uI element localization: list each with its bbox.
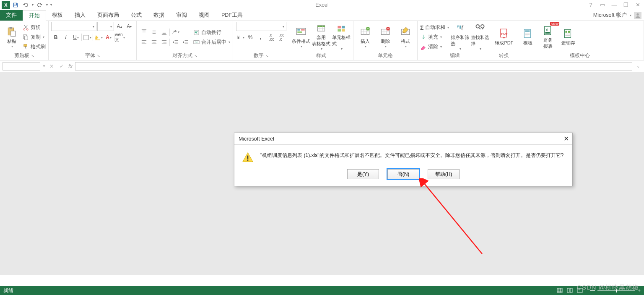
copy-button[interactable]: 复制▾: [23, 33, 46, 42]
sort-label: 排序和筛选: [451, 34, 469, 47]
name-box-dropdown-icon[interactable]: ▾: [43, 64, 45, 68]
decrease-decimal-icon[interactable]: .00.0: [277, 33, 286, 42]
redo-icon[interactable]: [35, 0, 44, 10]
help-icon[interactable]: ?: [586, 1, 595, 8]
zoom-out-icon[interactable]: —: [590, 287, 595, 293]
clipboard-launcher-icon[interactable]: ↘: [31, 54, 34, 58]
normal-view-icon[interactable]: [556, 287, 564, 294]
underline-icon[interactable]: U▾: [71, 33, 80, 42]
font-color-icon[interactable]: A▾: [104, 33, 113, 42]
align-center-icon[interactable]: [149, 38, 158, 47]
restore-icon[interactable]: ❐: [621, 1, 631, 8]
excel-app-icon[interactable]: X: [2, 1, 10, 9]
comma-icon[interactable]: ,: [256, 33, 265, 42]
stock-button[interactable]: 进销存: [559, 24, 577, 51]
enter-formula-icon[interactable]: ✓: [57, 63, 66, 69]
undo-icon[interactable]: [21, 0, 30, 10]
yes-button[interactable]: 是(Y): [347, 169, 379, 179]
group-label-alignment: 对齐方式: [172, 52, 192, 59]
tab-insert[interactable]: 插入: [69, 10, 91, 21]
merge-center-button[interactable]: 合并后居中▾: [193, 38, 230, 47]
format-as-table-button[interactable]: 套用 表格格式▾: [312, 24, 330, 51]
decrease-font-icon[interactable]: A▾: [125, 22, 134, 31]
font-launcher-icon[interactable]: ↘: [97, 54, 100, 58]
align-middle-icon[interactable]: [149, 28, 158, 37]
zoom-slider[interactable]: [597, 290, 635, 291]
zoom-in-icon[interactable]: +: [638, 287, 641, 293]
fill-button[interactable]: 填充▾: [420, 33, 449, 42]
undo-dropdown-icon[interactable]: ▾: [31, 0, 34, 10]
close-icon[interactable]: ✕: [633, 1, 642, 8]
page-layout-view-icon[interactable]: [566, 287, 574, 294]
cell-styles-button[interactable]: 单元格样式▾: [332, 24, 351, 51]
increase-indent-icon[interactable]: [181, 38, 190, 47]
border-icon[interactable]: ▾: [83, 33, 92, 42]
cancel-formula-icon[interactable]: ✕: [47, 63, 56, 69]
number-format-combo[interactable]: ▾: [236, 22, 286, 31]
svg-rect-25: [338, 29, 341, 31]
wrap-text-button[interactable]: 自动换行: [193, 28, 230, 37]
font-size-combo[interactable]: ▾: [97, 22, 114, 31]
group-label-cells: 单元格: [378, 52, 393, 59]
redo-dropdown-icon[interactable]: ▾: [45, 0, 49, 10]
accounting-format-icon[interactable]: ¥▾: [236, 33, 245, 42]
finance-report-button[interactable]: NEW ¥ 财务 报表: [539, 24, 557, 51]
no-button[interactable]: 否(N): [387, 169, 419, 179]
avatar[interactable]: [634, 12, 641, 19]
ribbon-display-icon[interactable]: ▭: [598, 1, 607, 8]
find-select-button[interactable]: 查找和选择▾: [471, 24, 489, 51]
dialog-titlebar[interactable]: Microsoft Excel ✕: [234, 133, 572, 145]
tab-formulas[interactable]: 公式: [125, 10, 148, 21]
orientation-icon[interactable]: ab▾: [171, 28, 180, 37]
align-right-icon[interactable]: [159, 38, 169, 47]
formula-input[interactable]: [75, 62, 632, 70]
page-break-view-icon[interactable]: [576, 287, 584, 294]
tab-file[interactable]: 文件: [0, 10, 23, 21]
tab-page-layout[interactable]: 页面布局: [91, 10, 125, 21]
autosum-button[interactable]: Σ自动求和▾: [420, 23, 449, 32]
increase-decimal-icon[interactable]: .0.00: [267, 33, 276, 42]
svg-rect-44: [247, 159, 249, 161]
tab-review[interactable]: 审阅: [170, 10, 193, 21]
fill-color-icon[interactable]: ▾: [94, 33, 103, 42]
alignment-launcher-icon[interactable]: ↘: [194, 54, 197, 58]
format-painter-button[interactable]: 格式刷: [23, 42, 46, 51]
to-pdf-button[interactable]: PDF转成PDF: [495, 24, 513, 51]
format-cell-button[interactable]: 格式▾: [396, 24, 415, 51]
increase-font-icon[interactable]: A▴: [115, 22, 124, 31]
sort-filter-button[interactable]: 排序和筛选▾: [451, 24, 469, 51]
number-launcher-icon[interactable]: ↘: [265, 54, 269, 58]
template-button[interactable]: 模板: [519, 24, 537, 51]
insert-cell-button[interactable]: 插入▾: [356, 24, 374, 51]
minimize-icon[interactable]: —: [610, 1, 619, 8]
tab-home[interactable]: 开始: [23, 10, 46, 21]
italic-icon[interactable]: I: [61, 33, 70, 42]
delete-cell-button[interactable]: 删除▾: [376, 24, 395, 51]
fx-icon[interactable]: fx: [68, 63, 73, 69]
account-area[interactable]: Microsoft 帐户 ▾: [593, 10, 644, 21]
font-name-combo[interactable]: ▾: [51, 22, 96, 31]
tab-pdf-tools[interactable]: PDF工具: [216, 10, 249, 21]
dialog-close-icon[interactable]: ✕: [564, 135, 569, 143]
expand-formula-bar-icon[interactable]: ⌄: [635, 64, 641, 68]
cut-button[interactable]: 剪切: [23, 23, 46, 32]
conditional-format-button[interactable]: 条件格式▾: [292, 24, 310, 51]
tab-data[interactable]: 数据: [148, 10, 170, 21]
phonetic-icon[interactable]: wén文▾: [115, 33, 125, 42]
align-top-icon[interactable]: [139, 28, 148, 37]
save-icon[interactable]: [11, 0, 20, 10]
align-bottom-icon[interactable]: [159, 28, 169, 37]
help-button[interactable]: 帮助(H): [428, 169, 460, 179]
insert-label: 插入: [361, 38, 370, 44]
decrease-indent-icon[interactable]: [171, 38, 180, 47]
percent-icon[interactable]: %: [246, 33, 255, 42]
bold-icon[interactable]: B: [51, 33, 60, 42]
merge-label: 合并后居中: [201, 39, 226, 46]
tab-view[interactable]: 视图: [193, 10, 216, 21]
tab-template[interactable]: 模板: [46, 10, 69, 21]
paste-button[interactable]: 粘贴 ▾: [3, 24, 21, 51]
qat-customize-icon[interactable]: ▾: [49, 0, 53, 10]
clear-button[interactable]: 清除▾: [420, 42, 449, 51]
name-box[interactable]: [3, 62, 40, 70]
align-left-icon[interactable]: [139, 38, 148, 47]
